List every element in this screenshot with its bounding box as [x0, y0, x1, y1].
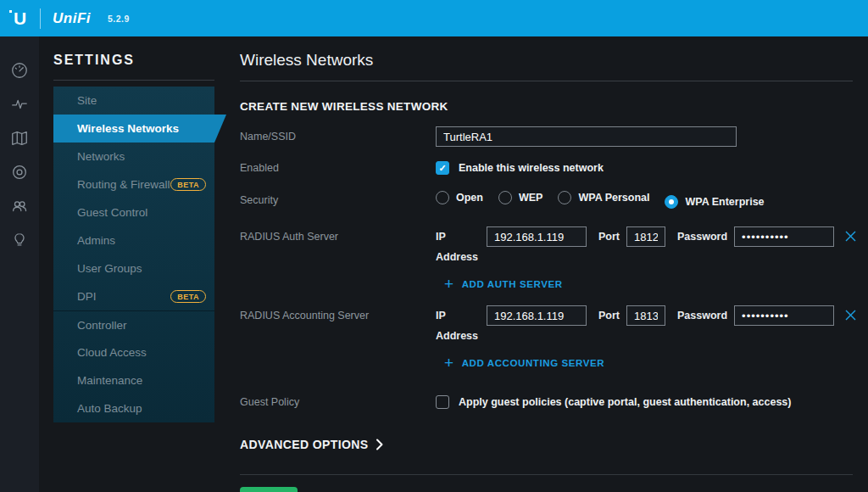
radio-icon[interactable]: [558, 191, 571, 204]
settings-item-label: Routing & Firewall: [77, 178, 170, 191]
chevron-right-icon: [376, 439, 383, 450]
auth-password-label: Password: [677, 226, 727, 247]
create-network-heading: CREATE NEW WIRELESS NETWORK: [240, 100, 853, 113]
dashboard-icon[interactable]: [0, 53, 39, 87]
settings-item-networks[interactable]: Networks: [53, 143, 214, 171]
settings-item-admins[interactable]: Admins: [53, 226, 214, 254]
radius-accounting-label: RADIUS Accounting Server: [240, 305, 436, 326]
enabled-checkbox[interactable]: [436, 161, 449, 175]
settings-item-label: Guest Control: [77, 206, 147, 219]
radio-icon[interactable]: [436, 191, 449, 204]
radio-icon[interactable]: [665, 195, 678, 209]
acct-password-label: Password: [677, 305, 727, 326]
acct-remove-icon[interactable]: [844, 309, 857, 321]
enabled-row: Enabled Enable this wireless network: [240, 161, 853, 175]
radio-label: WPA Enterprise: [685, 196, 764, 208]
radio-label: WPA Personal: [578, 192, 649, 204]
auth-port-input[interactable]: [626, 226, 665, 247]
page-title: Wireless Networks: [240, 36, 853, 70]
enabled-label: Enabled: [240, 162, 436, 174]
settings-item-label: Maintenance: [77, 374, 142, 387]
name-ssid-input[interactable]: [436, 126, 737, 147]
auth-password-input[interactable]: [734, 226, 834, 247]
topbar-divider: [40, 8, 41, 29]
settings-title: SETTINGS: [39, 36, 225, 68]
insights-icon[interactable]: [0, 223, 39, 257]
version-label: 5.2.9: [108, 14, 130, 24]
main-content: Wireless Networks CREATE NEW WIRELESS NE…: [225, 36, 868, 492]
clients-icon[interactable]: [0, 189, 39, 223]
settings-item-label: Cloud Access: [77, 346, 147, 359]
acct-port-input[interactable]: [626, 305, 665, 326]
add-auth-server-label: ADD AUTH SERVER: [462, 279, 563, 289]
auth-ip-label: IP Address: [436, 226, 478, 267]
settings-item-label: User Groups: [77, 262, 142, 275]
acct-port-label: Port: [598, 305, 620, 326]
guest-policy-checkbox[interactable]: [436, 395, 449, 409]
settings-menu: SiteWireless NetworksNetworksRouting & F…: [53, 87, 214, 422]
security-options: OpenWEPWPA PersonalWPA Enterprise: [436, 191, 780, 209]
save-button[interactable]: SAVE: [240, 487, 298, 492]
security-radio-wep[interactable]: WEP: [498, 191, 542, 204]
settings-item-guest-control[interactable]: Guest Control: [53, 198, 214, 226]
settings-item-label: Networks: [77, 150, 125, 163]
settings-item-routing-firewall[interactable]: Routing & FirewallBETA: [53, 171, 214, 198]
enabled-checkbox-label: Enable this wireless network: [459, 162, 604, 174]
settings-item-label: Wireless Networks: [77, 122, 179, 135]
topbar: U UniFi 5.2.9: [0, 0, 868, 36]
security-radio-wpa-enterprise[interactable]: WPA Enterprise: [665, 195, 764, 209]
settings-item-label: Auto Backup: [77, 402, 142, 415]
settings-item-maintenance[interactable]: Maintenance: [53, 366, 214, 394]
guest-policy-checkbox-label: Apply guest policies (captive portal, gu…: [459, 396, 791, 408]
radio-icon[interactable]: [498, 191, 512, 204]
settings-title-divider: [53, 80, 214, 81]
settings-item-auto-backup[interactable]: Auto Backup: [53, 394, 214, 422]
page-title-divider: [240, 81, 853, 81]
radius-auth-row: RADIUS Auth Server IP Address Port Passw…: [240, 226, 853, 267]
advanced-options-label: ADVANCED OPTIONS: [240, 438, 369, 451]
radio-label: Open: [456, 192, 483, 204]
auth-remove-icon[interactable]: [844, 230, 857, 243]
security-radio-wpa-personal[interactable]: WPA Personal: [558, 191, 649, 204]
security-label: Security: [240, 194, 436, 206]
settings-item-label: DPI: [77, 290, 97, 303]
unifi-brand: UniFi: [53, 10, 91, 27]
name-ssid-label: Name/SSID: [240, 131, 436, 143]
add-auth-server-button[interactable]: + ADD AUTH SERVER: [444, 278, 563, 290]
settings-item-user-groups[interactable]: User Groups: [53, 254, 214, 282]
map-icon[interactable]: [0, 121, 39, 155]
footer-divider: [240, 474, 853, 475]
add-accounting-server-button[interactable]: + ADD ACCOUNTING SERVER: [444, 357, 604, 369]
guest-policy-row: Guest Policy Apply guest policies (capti…: [240, 395, 853, 409]
radio-label: WEP: [519, 192, 542, 204]
settings-item-label: Controller: [77, 319, 127, 332]
security-radio-open[interactable]: Open: [436, 191, 483, 204]
settings-item-cloud-access[interactable]: Cloud Access: [53, 338, 214, 366]
auth-ip-input[interactable]: [487, 226, 587, 247]
statistics-icon[interactable]: [0, 87, 39, 121]
radius-auth-label: RADIUS Auth Server: [240, 226, 436, 247]
radius-accounting-row: RADIUS Accounting Server IP Address Port…: [240, 305, 853, 346]
name-ssid-row: Name/SSID: [240, 126, 853, 147]
add-accounting-server-label: ADD ACCOUNTING SERVER: [462, 358, 605, 368]
settings-item-site[interactable]: Site: [53, 87, 214, 115]
settings-item-wireless-networks[interactable]: Wireless Networks: [53, 115, 214, 143]
acct-ip-input[interactable]: [487, 305, 587, 326]
acct-password-input[interactable]: [734, 305, 834, 326]
settings-sidebar: SETTINGS SiteWireless NetworksNetworksRo…: [39, 36, 225, 492]
beta-badge: BETA: [170, 178, 206, 191]
nav-rail: [0, 36, 39, 492]
settings-item-dpi[interactable]: DPIBETA: [53, 282, 214, 310]
advanced-options-toggle[interactable]: ADVANCED OPTIONS: [240, 438, 853, 451]
settings-item-controller[interactable]: Controller: [53, 310, 214, 338]
settings-item-label: Site: [77, 94, 97, 107]
settings-item-label: Admins: [77, 234, 115, 247]
unifi-controller-window: U UniFi 5.2.9 SETTINGS SiteWireless Netw…: [0, 0, 868, 492]
plus-icon: +: [444, 357, 454, 369]
ubiquiti-u-icon: U: [14, 9, 26, 27]
beta-badge: BETA: [170, 290, 206, 303]
auth-port-label: Port: [598, 226, 620, 247]
ubiquiti-logo[interactable]: U: [0, 0, 40, 36]
guest-policy-label: Guest Policy: [240, 396, 436, 408]
devices-icon[interactable]: [0, 155, 39, 189]
